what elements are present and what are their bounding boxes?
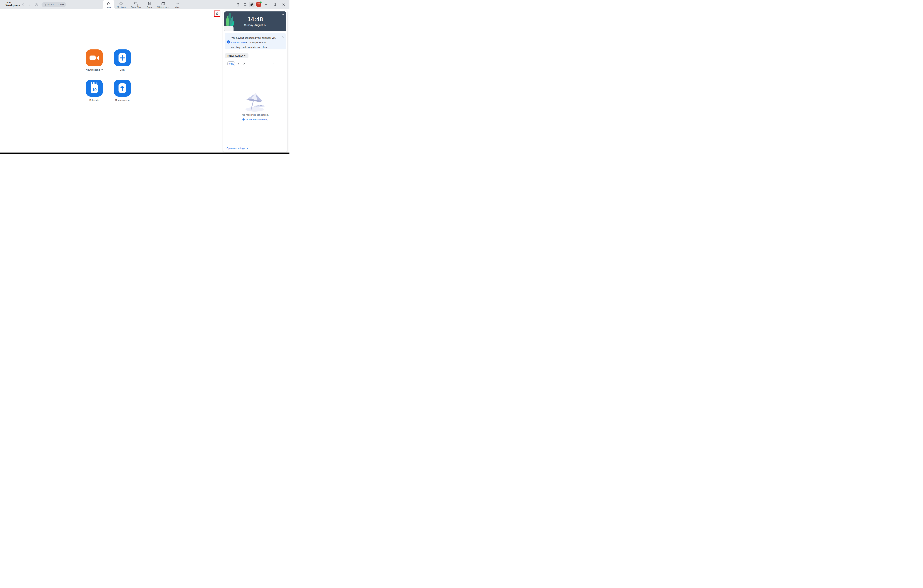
divider [223, 144, 287, 145]
online-status-dot [260, 1, 262, 3]
tab-team-chat[interactable]: Team Chat [128, 0, 144, 9]
title-bar: zoom Workplace Search Ctrl+F [0, 0, 289, 9]
tab-home[interactable]: Home [103, 0, 114, 9]
tab-label: Whiteboards [157, 6, 169, 8]
chevron-down-icon [244, 55, 246, 57]
plant-illustration [224, 11, 235, 31]
panel-divider [223, 9, 223, 152]
calendar-more-button[interactable] [273, 61, 277, 66]
beach-umbrella-illustration [241, 92, 269, 112]
banner-line2: Connect now to manage all your [231, 40, 276, 45]
tab-docs[interactable]: Docs [144, 0, 154, 9]
next-day-button[interactable] [242, 61, 246, 66]
quick-action-label: New meeting [86, 69, 100, 71]
add-meeting-button[interactable] [281, 61, 285, 66]
home-content: New meeting Join 19 Sche [0, 9, 223, 152]
date-selector-label: Today, Aug 17 [227, 54, 243, 57]
bell-icon [243, 3, 247, 7]
tab-whiteboards[interactable]: Whiteboards [154, 0, 172, 9]
quick-action-share-screen: Share screen [114, 80, 131, 102]
logo-line1: zoom [5, 2, 20, 3]
toolbar-divider [279, 61, 279, 66]
schedule-button[interactable]: 19 [86, 80, 103, 97]
calendar-connect-banner: i You haven't connected your calendar ye… [225, 33, 286, 49]
tab-label: More [175, 6, 180, 8]
chevron-right-icon [243, 62, 245, 65]
maximize-button[interactable] [272, 0, 278, 9]
schedule-a-meeting-link[interactable]: Schedule a meeting [223, 118, 287, 121]
quick-action-label: Schedule [89, 99, 99, 102]
forward-button[interactable] [27, 0, 32, 9]
share-screen-button[interactable] [114, 80, 131, 97]
minimize-button[interactable] [263, 0, 269, 9]
video-camera-icon [89, 54, 99, 62]
today-button[interactable]: Today [227, 61, 235, 66]
calendar-icon [250, 3, 254, 7]
chevron-right-icon [246, 147, 248, 149]
main-tabs: Home Meetings Team Chat [103, 0, 182, 9]
chevron-left-icon [238, 62, 240, 65]
tab-more[interactable]: More [172, 0, 182, 9]
ellipsis-icon [274, 64, 276, 64]
avatar-initials: YS [258, 3, 260, 5]
date-selector-dropdown[interactable]: Today, Aug 17 [225, 53, 248, 58]
restore-icon [274, 3, 276, 6]
tab-meetings[interactable]: Meetings [114, 0, 128, 9]
clock-widget: 14:48 Sunday, August 17 [224, 11, 286, 31]
whiteboards-icon [161, 2, 165, 5]
calendar-panel: 14:48 Sunday, August 17 i You haven't co… [223, 10, 287, 152]
bottom-edge-bar [0, 152, 289, 154]
home-icon [107, 2, 110, 5]
avatar[interactable]: YS [256, 2, 261, 7]
logo-line2: Workplace [5, 4, 20, 7]
search-placeholder: Search [47, 3, 54, 6]
quick-action-label: Join [120, 69, 125, 71]
plus-icon [242, 118, 245, 121]
connect-device-button[interactable] [235, 0, 241, 9]
chevron-left-icon [22, 3, 24, 6]
back-button[interactable] [20, 0, 26, 9]
join-button[interactable] [114, 49, 131, 66]
plus-icon [281, 62, 284, 65]
history-button[interactable] [34, 0, 39, 9]
share-arrow-up-icon [114, 80, 131, 97]
svg-text:19: 19 [92, 87, 97, 92]
quick-action-schedule: 19 Schedule [86, 80, 103, 102]
join-plus-icon [114, 49, 131, 66]
quick-action-label: Share screen [115, 99, 130, 102]
empty-state-message: No meetings scheduled. [223, 113, 287, 116]
more-ellipsis-icon [176, 2, 179, 5]
quick-action-join: Join [114, 49, 131, 71]
info-icon: i [227, 40, 230, 44]
minimize-icon [265, 3, 267, 6]
new-meeting-button[interactable] [86, 49, 103, 66]
divider [223, 68, 287, 68]
search-icon [44, 3, 46, 6]
banner-line1: You haven't connected your calendar yet. [231, 36, 276, 40]
settings-gear-button[interactable] [215, 12, 219, 15]
prev-day-button[interactable] [236, 61, 240, 66]
banner-line3: meetings and events in one place. [231, 45, 276, 49]
meetings-camera-icon [119, 2, 123, 5]
history-clock-icon [34, 3, 38, 7]
calendar-button[interactable] [249, 2, 255, 7]
clock-menu-button[interactable] [281, 14, 284, 15]
docs-icon [148, 2, 151, 5]
banner-close-button[interactable] [282, 36, 284, 38]
connect-device-icon [236, 3, 240, 7]
search-input[interactable]: Search Ctrl+F [41, 2, 66, 7]
connect-now-link[interactable]: Connect now [231, 41, 246, 44]
quick-action-new-meeting: New meeting [86, 49, 103, 71]
zoom-workplace-logo: zoom Workplace [5, 2, 20, 7]
schedule-calendar-icon: 19 [86, 80, 103, 97]
close-button[interactable] [281, 0, 287, 9]
notifications-button[interactable] [242, 0, 248, 9]
tab-label: Home [106, 6, 112, 8]
close-icon [282, 36, 284, 38]
tab-label: Docs [147, 6, 152, 8]
gear-icon [215, 12, 219, 15]
close-icon [282, 3, 285, 6]
open-recordings-link[interactable]: Open recordings [227, 147, 248, 149]
chevron-down-icon[interactable] [101, 69, 103, 70]
annotation-highlight-box [214, 10, 220, 17]
